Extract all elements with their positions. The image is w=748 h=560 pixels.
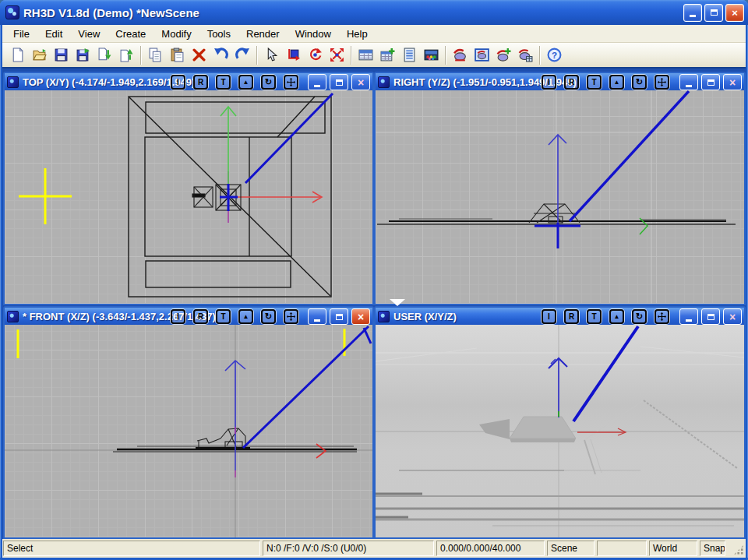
viewport-user-titlebar[interactable]: USER (X/Y/Z) I R T ▲ ↻ ×	[376, 308, 744, 325]
viewport-icon	[378, 311, 390, 322]
viewport-close-button[interactable]: ×	[723, 308, 742, 325]
viewport-maximize-button[interactable]	[330, 308, 348, 325]
render-view-button[interactable]: R	[193, 309, 208, 324]
rotate-view-icon[interactable]: ↻	[632, 309, 647, 324]
user-viewport-canvas[interactable]	[376, 325, 744, 537]
undo-button[interactable]	[211, 45, 230, 65]
viewport-close-button[interactable]: ×	[351, 74, 370, 90]
texture-button[interactable]: T	[587, 75, 602, 90]
viewport-close-button[interactable]: ×	[351, 308, 370, 325]
triangle-icon[interactable]: ▲	[609, 309, 624, 324]
texture-button[interactable]: T	[216, 309, 231, 324]
material-palette-button[interactable]	[422, 45, 440, 65]
select-button[interactable]	[262, 45, 280, 65]
new-button[interactable]	[8, 45, 26, 65]
menu-file[interactable]: File	[9, 26, 34, 41]
viewport-right-titlebar[interactable]: RIGHT (Y/Z) (-1.951/-0.951,1.949/1.949) …	[376, 73, 744, 90]
status-snap[interactable]: Snap	[700, 541, 725, 556]
move-button[interactable]	[284, 45, 302, 65]
render-settings-icon	[518, 48, 533, 62]
viewport-front-titlebar[interactable]: * FRONT (X/Z) (-3.643/-1.437,2.267/1.437…	[5, 308, 372, 325]
viewport-minimize-button[interactable]	[679, 308, 698, 325]
viewport-top-titlebar[interactable]: TOP (X/Y) (-4.174/-1.949,2.169/1.949) I …	[5, 73, 372, 90]
menu-window[interactable]: Window	[291, 26, 336, 41]
rotate-view-icon[interactable]: ↻	[632, 75, 647, 90]
render-view-button[interactable]: R	[193, 75, 208, 90]
viewport-close-button[interactable]: ×	[723, 74, 742, 90]
isometric-button[interactable]: I	[171, 309, 185, 324]
front-viewport-canvas[interactable]	[5, 325, 372, 537]
paste-button[interactable]	[168, 45, 186, 65]
rotate-view-icon[interactable]: ↻	[261, 75, 276, 90]
save-button[interactable]	[51, 45, 70, 65]
close-button[interactable]: ×	[725, 4, 744, 22]
render-window-button[interactable]	[472, 45, 491, 65]
pan-view-button[interactable]	[284, 75, 298, 90]
open-folder-icon	[32, 48, 47, 62]
copy-icon	[148, 48, 163, 62]
save-as-button[interactable]	[73, 45, 92, 65]
redo-button[interactable]	[233, 45, 252, 65]
viewport-minimize-button[interactable]	[679, 74, 698, 90]
shaded-model	[479, 417, 576, 442]
menu-help[interactable]: Help	[342, 26, 372, 41]
menu-view[interactable]: View	[73, 26, 104, 41]
object-list-add-icon	[380, 48, 395, 62]
render-view-button[interactable]: R	[564, 309, 579, 324]
texture-button[interactable]: T	[587, 309, 602, 324]
viewport-maximize-button[interactable]	[330, 74, 348, 90]
render-button[interactable]	[450, 45, 469, 65]
toolbar-separator	[351, 46, 352, 65]
texture-button[interactable]: T	[216, 75, 231, 90]
menu-edit[interactable]: Edit	[41, 26, 67, 41]
delete-button[interactable]	[189, 45, 208, 65]
menu-render[interactable]: Render	[242, 26, 284, 41]
object-list-button[interactable]	[356, 45, 375, 65]
render-add-button[interactable]	[494, 45, 513, 65]
viewport-maximize-button[interactable]	[701, 74, 720, 90]
viewport-minimize-button[interactable]	[308, 308, 326, 325]
import-button[interactable]	[95, 45, 114, 65]
render-view-button[interactable]: R	[564, 75, 579, 90]
isometric-button[interactable]: I	[542, 309, 556, 324]
viewport-splitter-handle[interactable]	[390, 299, 405, 306]
triangle-icon[interactable]: ▲	[238, 75, 253, 90]
viewport-maximize-button[interactable]	[701, 308, 720, 325]
viewport-top-body[interactable]	[5, 90, 372, 304]
menu-modify[interactable]: Modify	[157, 26, 196, 41]
title-bar[interactable]: RH3D V1.8d (Demo) *NewScene ×	[0, 0, 748, 25]
top-viewport-canvas[interactable]	[5, 90, 372, 304]
maximize-icon	[707, 79, 714, 86]
scale-button[interactable]	[327, 45, 346, 65]
rotate-view-icon[interactable]: ↻	[261, 309, 276, 324]
pan-view-button[interactable]	[654, 75, 669, 90]
help-button[interactable]: ?	[545, 45, 563, 65]
rotate-button[interactable]	[305, 45, 324, 65]
menu-create[interactable]: Create	[111, 26, 150, 41]
pan-view-button[interactable]	[654, 309, 669, 324]
minimize-button[interactable]	[683, 4, 702, 22]
viewport-minimize-button[interactable]	[308, 74, 326, 90]
export-button[interactable]	[117, 45, 136, 65]
light-lines	[18, 329, 344, 358]
pan-view-button[interactable]	[284, 309, 298, 324]
save-as-icon	[76, 48, 90, 62]
isometric-button[interactable]: I	[542, 75, 556, 90]
viewport-right: RIGHT (Y/Z) (-1.951/-0.951,1.949/1.949) …	[374, 72, 746, 305]
triangle-icon[interactable]: ▲	[609, 75, 624, 90]
right-viewport-canvas[interactable]	[376, 90, 744, 304]
resize-grip[interactable]	[728, 541, 745, 556]
isometric-button[interactable]: I	[171, 75, 185, 90]
viewport-front-body[interactable]	[5, 325, 372, 537]
copy-button[interactable]	[146, 45, 164, 65]
viewport-user-body[interactable]	[376, 325, 744, 537]
render-settings-button[interactable]	[516, 45, 535, 65]
triangle-icon[interactable]: ▲	[238, 309, 253, 324]
maximize-button[interactable]	[704, 4, 723, 22]
menu-tools[interactable]: Tools	[203, 26, 235, 41]
open-button[interactable]	[30, 45, 48, 65]
viewport-right-body[interactable]	[376, 90, 744, 304]
hierarchy-list-button[interactable]	[400, 45, 418, 65]
maximize-icon	[336, 79, 343, 86]
object-list-add-button[interactable]	[378, 45, 397, 65]
